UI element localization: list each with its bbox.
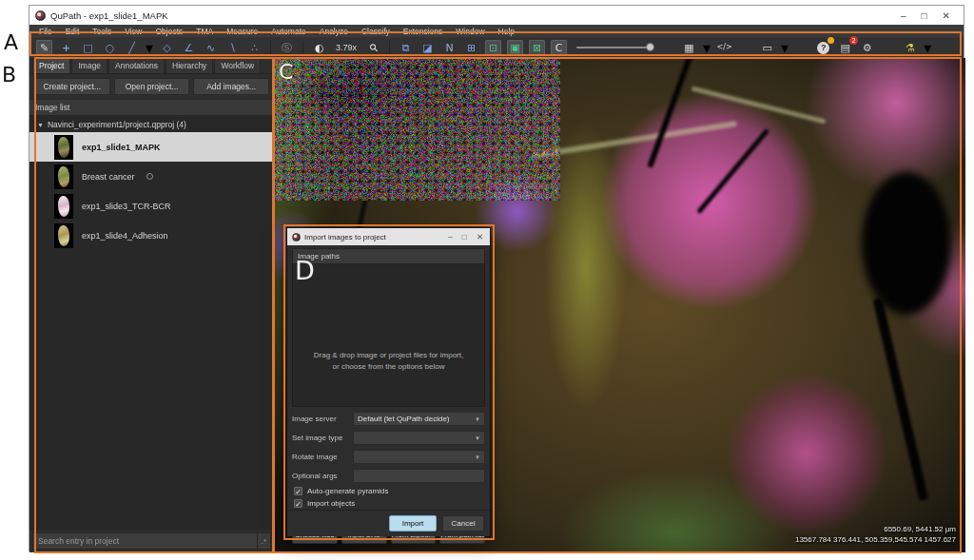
line-tool-dropdown-icon[interactable]: ▾ bbox=[146, 39, 153, 57]
brightness-contrast-icon-icon: ◐ bbox=[315, 43, 324, 53]
measurement-table-button-dropdown-icon[interactable]: ▾ bbox=[703, 39, 711, 57]
line-tool[interactable]: ╱ bbox=[124, 40, 140, 56]
close-button[interactable]: ✕ bbox=[943, 10, 950, 21]
pen-tool[interactable]: ✎ bbox=[36, 40, 52, 56]
project-root-label: Navinci_experiment1/project.qpproj (4) bbox=[48, 120, 186, 129]
tab-hierarchy[interactable]: Hierarchy bbox=[166, 58, 213, 73]
entry-label: exp1_slide3_TCR-BCR bbox=[82, 202, 171, 211]
channel-c-button-icon: C bbox=[555, 43, 563, 53]
image-list-header: Image list bbox=[29, 99, 274, 116]
tab-project[interactable]: Project bbox=[32, 58, 70, 73]
title-bar: QuPath - exp1_slide1_MAPK – □ ✕ bbox=[29, 6, 964, 25]
dialog-maximize-button[interactable]: □ bbox=[462, 232, 467, 241]
brush-tool-icon: ∿ bbox=[206, 43, 215, 53]
stain-tool-button-dropdown-icon[interactable]: ▾ bbox=[924, 39, 931, 57]
move-tool[interactable]: + bbox=[58, 40, 74, 56]
drop-zone[interactable]: Drag & drop image or project files for i… bbox=[292, 264, 485, 407]
menu-automate[interactable]: Automate bbox=[271, 27, 305, 36]
minimize-button[interactable]: – bbox=[901, 10, 906, 21]
show-pixel-classification-toggle[interactable]: ⊠ bbox=[529, 40, 545, 56]
tab-annotations[interactable]: Annotations bbox=[108, 58, 165, 73]
show-log-button[interactable]: ▤2 bbox=[837, 40, 853, 56]
dialog-minimize-button[interactable]: – bbox=[448, 232, 453, 241]
menu-analyze[interactable]: Analyze bbox=[320, 27, 348, 36]
show-names-toggle[interactable]: N bbox=[441, 40, 458, 56]
project-entry-exp1-slide3-tcr-bcr[interactable]: exp1_slide3_TCR-BCR bbox=[29, 191, 274, 221]
help-button[interactable]: ? bbox=[815, 40, 831, 56]
menu-objects[interactable]: Objects bbox=[155, 27, 183, 36]
wand-tool-icon: ∖ bbox=[229, 43, 236, 53]
project-panel: ProjectImageAnnotationsHierarchyWorkflow… bbox=[29, 58, 275, 552]
import-button[interactable]: Import bbox=[389, 515, 437, 531]
project-entry-breast-cancer[interactable]: Breast cancer bbox=[29, 162, 274, 191]
select-value: Default (let QuPath decide) bbox=[358, 415, 475, 423]
open-project-button[interactable]: Open project... bbox=[114, 78, 190, 95]
menu-window[interactable]: Window bbox=[456, 27, 484, 36]
menu-measure[interactable]: Measure bbox=[226, 27, 258, 36]
polygon-tool[interactable]: ◇ bbox=[159, 40, 175, 56]
brightness-contrast-icon[interactable]: ◐ bbox=[311, 40, 327, 56]
show-detections-toggle[interactable]: ⊡ bbox=[485, 40, 501, 56]
menu-help[interactable]: Help bbox=[498, 27, 515, 36]
project-root-row[interactable]: ▼ Navinci_experiment1/project.qpproj (4) bbox=[29, 116, 274, 132]
points-tool[interactable]: ∴ bbox=[246, 40, 263, 56]
preferences-button[interactable]: ⚙ bbox=[859, 40, 875, 56]
polyline-tool[interactable]: ∠ bbox=[181, 40, 197, 56]
stain-tool-button[interactable]: ⚗ bbox=[902, 40, 918, 56]
dialog-title: Import images to project bbox=[304, 233, 386, 241]
wand-tool[interactable]: ∖ bbox=[224, 40, 241, 56]
slider-knob-icon[interactable] bbox=[646, 43, 654, 51]
add-images-button[interactable]: Add images... bbox=[193, 78, 269, 95]
menu-extensions[interactable]: Extensions bbox=[403, 27, 443, 36]
qupath-logo-icon bbox=[292, 233, 301, 241]
preferences-button-icon: ⚙ bbox=[863, 43, 872, 53]
regex-toggle-icon[interactable]: .* bbox=[258, 532, 271, 550]
optional-args-input[interactable] bbox=[353, 469, 485, 483]
set-image-type-select[interactable]: ▼ bbox=[353, 431, 485, 445]
help-icon: ? bbox=[817, 42, 829, 54]
annotation-letter-d: D bbox=[295, 256, 315, 285]
ellipse-tool[interactable]: ○ bbox=[102, 40, 118, 56]
rectangle-tool[interactable]: □ bbox=[80, 40, 96, 56]
project-entry-exp1-slide1-mapk[interactable]: exp1_slide1_MAPK bbox=[29, 132, 274, 162]
channel-c-button[interactable]: C bbox=[551, 40, 567, 56]
menu-view[interactable]: View bbox=[125, 27, 142, 36]
menu-tools[interactable]: Tools bbox=[92, 27, 111, 36]
fill-detections-toggle[interactable]: ▣ bbox=[507, 40, 523, 56]
zoom-to-fit-icon[interactable]: ⚲ bbox=[365, 40, 381, 56]
fill-annotations-toggle[interactable]: ◪ bbox=[419, 40, 436, 56]
brush-tool[interactable]: ∿ bbox=[203, 40, 219, 56]
fill-detections-toggle-icon: ▣ bbox=[510, 43, 519, 53]
tab-image[interactable]: Image bbox=[71, 58, 107, 73]
menu-classify[interactable]: Classify bbox=[361, 27, 390, 36]
show-annotations-toggle[interactable]: ⧉ bbox=[398, 40, 414, 56]
project-entry-exp1-slide4-adhesion[interactable]: exp1_slide4_Adhesion bbox=[29, 221, 274, 250]
selection-mode-toggle[interactable]: Ⓢ bbox=[279, 40, 295, 56]
entry-label: Breast cancer bbox=[82, 172, 135, 182]
auto-generate-pyramids-checkbox[interactable]: ✓Auto-generate pyramids bbox=[292, 487, 485, 495]
show-overview-button-dropdown-icon[interactable]: ▾ bbox=[781, 39, 789, 57]
dialog-close-button[interactable]: ✕ bbox=[477, 232, 483, 241]
tree-collapse-icon[interactable]: ▼ bbox=[37, 122, 44, 128]
chevron-down-icon: ▼ bbox=[475, 454, 480, 460]
menu-tma[interactable]: TMA bbox=[196, 27, 213, 36]
tab-workflow[interactable]: Workflow bbox=[214, 58, 261, 73]
image-server-select[interactable]: Default (let QuPath decide)▼ bbox=[353, 412, 485, 426]
menu-edit[interactable]: Edit bbox=[66, 27, 80, 36]
script-editor-button[interactable]: </> bbox=[716, 40, 732, 56]
slide-thumbnail bbox=[54, 135, 73, 160]
create-project-button[interactable]: Create project... bbox=[34, 78, 110, 95]
show-overview-button[interactable]: ▭ bbox=[759, 40, 775, 56]
rotate-image-select[interactable]: ▼ bbox=[353, 450, 485, 464]
menu-file[interactable]: File bbox=[39, 27, 52, 36]
search-input[interactable] bbox=[32, 532, 258, 550]
import-objects-checkbox[interactable]: ✓Import objects bbox=[292, 499, 485, 508]
entry-label: exp1_slide1_MAPK bbox=[82, 143, 161, 152]
project-tree: ▼ Navinci_experiment1/project.qpproj (4)… bbox=[29, 116, 274, 535]
opacity-slider[interactable] bbox=[576, 47, 651, 48]
cancel-button[interactable]: Cancel bbox=[442, 515, 484, 531]
measurement-table-button[interactable]: ▦ bbox=[681, 40, 697, 56]
maximize-button[interactable]: □ bbox=[922, 10, 927, 21]
annotation-letter-c: C bbox=[279, 60, 293, 84]
show-tma-grid-toggle[interactable]: ⊞ bbox=[463, 40, 479, 56]
